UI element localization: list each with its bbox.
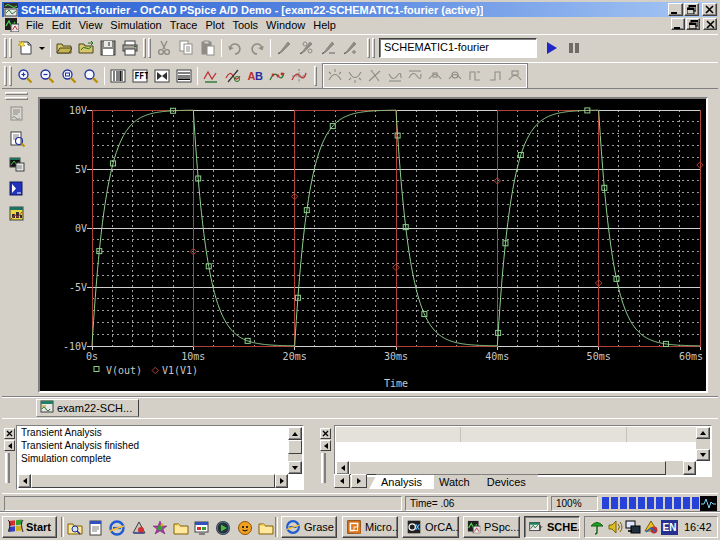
scroll-down-button[interactable] — [696, 449, 710, 461]
undo-button[interactable] — [224, 37, 246, 59]
simulation-queue-button[interactable] — [5, 102, 29, 126]
simulation-message-list[interactable]: Transient AnalysisTransient Analysis fin… — [16, 425, 304, 490]
mark-data-points-button[interactable] — [266, 65, 288, 87]
toggle-cursor-button[interactable] — [288, 65, 310, 87]
toolbar-grip[interactable] — [9, 66, 12, 86]
quicklaunch-desktop-channels[interactable] — [85, 517, 107, 538]
cursor-peak-button[interactable] — [325, 65, 345, 87]
tray-antivirus-umbrella-icon[interactable] — [589, 519, 605, 535]
output-vscrollbar[interactable] — [288, 427, 302, 474]
zoom-area-button[interactable] — [58, 65, 80, 87]
cursor-min-button[interactable] — [385, 65, 405, 87]
print-button[interactable] — [119, 37, 141, 59]
scroll-thumb[interactable] — [288, 440, 302, 454]
quicklaunch-internet-explorer[interactable] — [106, 517, 128, 538]
redo-button[interactable] — [246, 37, 268, 59]
current-marker-button[interactable] — [317, 37, 339, 59]
output-hscrollbar[interactable] — [18, 474, 288, 488]
analysis-table[interactable] — [334, 425, 712, 477]
tab-watch[interactable]: Watch — [427, 474, 482, 489]
view-netlist-button[interactable] — [5, 177, 29, 201]
document-minimize-button[interactable] — [671, 18, 685, 30]
toolbar-grip[interactable] — [4, 66, 7, 86]
scroll-right-button[interactable] — [275, 474, 288, 488]
cursor-prev-transition-button[interactable] — [485, 65, 505, 87]
cursor-max-button[interactable] — [405, 65, 425, 87]
scroll-thumb[interactable] — [31, 474, 275, 488]
scroll-up-button[interactable] — [696, 427, 710, 439]
analysis-vscrollbar[interactable] — [696, 427, 710, 461]
task-sche[interactable]: SCHE... — [524, 516, 580, 538]
new-dropdown-button[interactable] — [36, 37, 48, 59]
tab-devices[interactable]: Devices — [475, 474, 538, 489]
task-micro[interactable]: Micro... — [342, 516, 398, 538]
voltage-marker-button[interactable] — [273, 37, 295, 59]
tray-network-icon[interactable] — [625, 519, 641, 535]
toolbar-grip[interactable] — [9, 38, 12, 58]
add-trace-button[interactable] — [200, 65, 222, 87]
quicklaunch-quicktime[interactable] — [234, 517, 256, 538]
toolbar-grip[interactable] — [314, 66, 317, 86]
workbook-tab[interactable]: exam22-SCH... — [36, 399, 139, 417]
power-marker-button[interactable] — [339, 37, 361, 59]
tab-analysis[interactable]: Analysis — [369, 474, 434, 489]
cursor-point-button[interactable] — [425, 65, 445, 87]
new-button[interactable] — [14, 37, 36, 59]
tray-display-settings-icon[interactable] — [643, 519, 659, 535]
menu-plot[interactable]: Plot — [201, 18, 228, 32]
menu-window[interactable]: Window — [262, 18, 309, 32]
analysis-hscrollbar[interactable] — [336, 461, 696, 475]
scroll-down-button[interactable] — [288, 461, 302, 474]
toolbar-grip[interactable] — [148, 38, 151, 58]
quicklaunch-media-player[interactable] — [212, 517, 234, 538]
log-y-axis-button[interactable] — [173, 65, 195, 87]
tray-volume-icon[interactable] — [607, 519, 623, 535]
toolbar-grip[interactable] — [5, 92, 28, 95]
cursor-next-transition-button[interactable] — [465, 65, 485, 87]
analysis-pane-close-button[interactable] — [320, 428, 331, 439]
quicklaunch-find-folder[interactable] — [64, 517, 86, 538]
paste-button[interactable] — [197, 37, 219, 59]
append-waveform-button[interactable] — [75, 37, 97, 59]
window-close-button[interactable] — [702, 3, 717, 16]
tab-scroll-right-button[interactable] — [351, 474, 367, 488]
scroll-left-button[interactable] — [18, 474, 31, 488]
menu-file[interactable]: File — [22, 18, 48, 32]
copy-button[interactable] — [175, 37, 197, 59]
menu-view[interactable]: View — [75, 18, 107, 32]
task-grase[interactable]: Grase .. — [281, 516, 337, 538]
document-close-button[interactable] — [703, 18, 717, 30]
output-pane-grip[interactable] — [5, 453, 10, 483]
simulation-profile-combo[interactable]: SCHEMATIC1-fourier — [379, 38, 537, 58]
document-restore-button[interactable] — [686, 18, 700, 30]
output-pane-close-button[interactable] — [4, 428, 15, 439]
cursor-search-button[interactable] — [445, 65, 465, 87]
toolbar-grip[interactable] — [367, 38, 370, 58]
quicklaunch-app-window[interactable] — [191, 517, 213, 538]
quicklaunch-graphics-app[interactable] — [149, 517, 171, 538]
pspice-doc-icon[interactable] — [5, 18, 19, 32]
start-button[interactable]: Start — [2, 516, 57, 538]
analysis-pane-collapse-button[interactable] — [320, 440, 331, 451]
menu-tools[interactable]: Tools — [228, 18, 262, 32]
zoom-fit-button[interactable] — [80, 65, 102, 87]
pause-button[interactable] — [563, 37, 585, 59]
eval-goal-function-button[interactable] — [222, 65, 244, 87]
view-simulation-output-button[interactable] — [5, 127, 29, 151]
performance-analysis-button[interactable] — [151, 65, 173, 87]
fourier-button[interactable]: FFT — [129, 65, 151, 87]
task-orca[interactable]: OrCA... — [402, 516, 459, 538]
quicklaunch-folder-b[interactable] — [255, 517, 277, 538]
view-simulation-results-button[interactable] — [5, 152, 29, 176]
cursor-slope-button[interactable] — [365, 65, 385, 87]
window-restore-button[interactable] — [684, 3, 699, 16]
quicklaunch-image-viewer[interactable] — [128, 517, 150, 538]
scroll-right-button[interactable] — [683, 461, 696, 475]
waveform-plot[interactable]: 10V5V0V-5V-10V0s10ms20ms30ms40ms50ms60ms… — [40, 99, 706, 391]
menu-help[interactable]: Help — [309, 18, 340, 32]
menu-edit[interactable]: Edit — [48, 18, 75, 32]
output-pane-collapse-button[interactable] — [4, 440, 15, 451]
save-button[interactable] — [97, 37, 119, 59]
zoom-out-button[interactable] — [36, 65, 58, 87]
voltage-diff-marker-button[interactable] — [295, 37, 317, 59]
